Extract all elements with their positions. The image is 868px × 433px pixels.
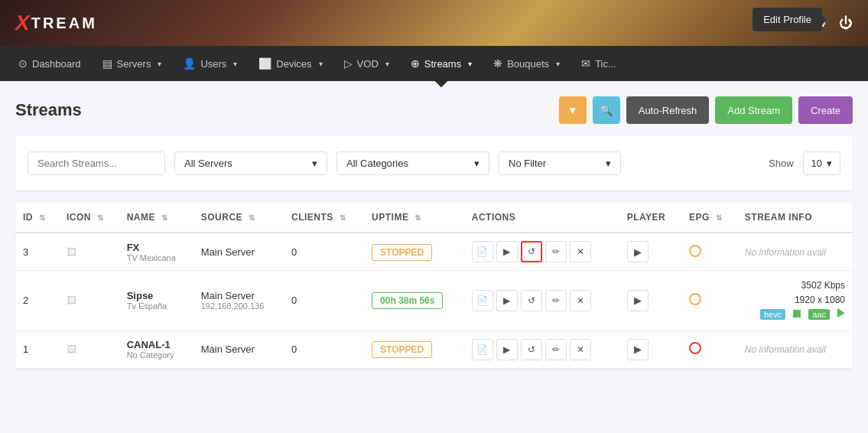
cell-actions: 📄 ▶ ↺ ✏ ✕: [464, 233, 619, 271]
tickets-icon: ✉: [581, 57, 590, 70]
cell-name: FX TV Mexicana: [119, 233, 193, 271]
player-play-button[interactable]: ▶: [627, 290, 649, 311]
devices-caret-icon: ▾: [319, 60, 323, 68]
cell-epg: [681, 330, 737, 368]
cell-icon: 🖼: [59, 330, 119, 368]
nav-tickets[interactable]: ✉ Tic...: [571, 46, 627, 81]
table-row: 2 🖼 Sipse Tv España Main Server192.168.2…: [15, 271, 853, 331]
stream-subtitle: No Category: [127, 350, 186, 360]
player-play-button[interactable]: ▶: [627, 339, 649, 360]
nav-tickets-wrapper: ✉ Tic...: [571, 46, 627, 81]
edit-button[interactable]: ✏: [545, 241, 567, 262]
codec-badge: hevc: [760, 309, 785, 320]
filter-icon: ▼: [567, 104, 578, 116]
view-button[interactable]: 📄: [472, 241, 493, 262]
play-button[interactable]: ▶: [496, 339, 518, 360]
cell-clients: 0: [284, 271, 364, 331]
action-buttons: 📄 ▶ ↺ ✏ ✕: [472, 339, 612, 360]
cell-name: Sipse Tv España: [119, 271, 193, 331]
nav-users[interactable]: 👤 Users ▾: [172, 46, 248, 81]
create-button[interactable]: Create: [798, 96, 853, 124]
col-name[interactable]: NAME ⇅: [119, 203, 193, 233]
search-button[interactable]: 🔍: [593, 96, 620, 124]
nav-servers-label: Servers: [117, 58, 151, 70]
nav-streams-label: Streams: [424, 58, 461, 70]
restart-button[interactable]: ↺: [521, 339, 542, 360]
cell-name: CANAL-1 No Category: [119, 330, 193, 368]
nav-vod[interactable]: ▷ VOD ▾: [333, 46, 400, 81]
green-square-icon: [793, 310, 801, 317]
col-icon[interactable]: ICON ⇅: [59, 203, 119, 233]
navbar: ⊙ Dashboard ▤ Servers ▾ 👤 Users ▾ ⬜ Devi…: [0, 46, 868, 81]
streams-icon: ⊕: [411, 57, 420, 70]
cell-uptime: STOPPED: [364, 233, 464, 271]
servers-caret-icon: ▾: [158, 60, 161, 68]
player-play-button[interactable]: ▶: [627, 241, 649, 262]
cell-player: ▶: [619, 330, 681, 368]
show-count-select[interactable]: 10 ▾: [803, 151, 840, 175]
nav-devices-wrapper: ⬜ Devices ▾: [248, 46, 333, 81]
delete-button[interactable]: ✕: [570, 290, 591, 311]
delete-button[interactable]: ✕: [570, 339, 591, 360]
view-button[interactable]: 📄: [472, 339, 493, 360]
search-streams-input[interactable]: [28, 151, 165, 175]
col-id[interactable]: ID ⇅: [15, 203, 59, 233]
nav-servers[interactable]: ▤ Servers ▾: [92, 46, 173, 81]
nav-streams[interactable]: ⊕ Streams ▾: [400, 46, 483, 81]
nav-users-wrapper: 👤 Users ▾: [172, 46, 248, 81]
nav-dashboard[interactable]: ⊙ Dashboard: [8, 46, 92, 81]
cell-id: 1: [15, 330, 59, 368]
restart-button[interactable]: ↺: [521, 290, 542, 311]
auto-refresh-button[interactable]: Auto-Refresh: [626, 96, 710, 124]
main-content: Streams ▼ 🔍 Auto-Refresh Add Stream Crea…: [0, 81, 868, 384]
cell-source: Main Server: [193, 233, 284, 271]
restart-button[interactable]: ↺: [521, 241, 542, 262]
edit-button[interactable]: ✏: [545, 290, 567, 311]
title-actions: ▼ 🔍 Auto-Refresh Add Stream Create: [559, 96, 853, 124]
play-button[interactable]: ▶: [496, 290, 518, 311]
col-clients[interactable]: CLIENTS ⇅: [284, 203, 364, 233]
power-button[interactable]: ⏻: [839, 15, 853, 31]
servers-filter-label: All Servers: [184, 158, 232, 169]
nav-bouquets[interactable]: ❋ Bouquets ▾: [483, 46, 571, 81]
nav-bouquets-wrapper: ❋ Bouquets ▾: [483, 46, 571, 81]
show-count-caret-icon: ▾: [827, 158, 832, 169]
header: X TREAM admin ⚙ ⏻ Edit Profile: [0, 0, 868, 46]
nav-users-label: Users: [200, 58, 226, 70]
categories-filter[interactable]: All Categories ▾: [336, 151, 489, 175]
no-filter-select[interactable]: No Filter ▾: [499, 151, 621, 175]
header-right: admin ⚙ ⏻ Edit Profile: [773, 15, 853, 31]
no-filter-label: No Filter: [509, 158, 546, 169]
logo-x: X: [15, 11, 30, 35]
source-name: Main Server: [201, 343, 276, 355]
servers-filter[interactable]: All Servers ▾: [174, 151, 327, 175]
nav-bouquets-label: Bouquets: [507, 58, 549, 70]
col-uptime[interactable]: UPTIME ⇅: [364, 203, 464, 233]
show-count-value: 10: [811, 158, 822, 169]
source-sort-icon: ⇅: [249, 213, 255, 222]
devices-icon: ⬜: [258, 57, 271, 70]
epg-circle: [689, 245, 701, 257]
stream-name: Sipse: [127, 290, 186, 301]
edit-button[interactable]: ✏: [545, 339, 567, 360]
categories-filter-caret-icon: ▾: [474, 158, 480, 169]
nav-devices[interactable]: ⬜ Devices ▾: [248, 46, 333, 81]
stream-info-details: 3502 Kbps 1920 x 1080 hevc aac: [745, 278, 845, 323]
name-sort-icon: ⇅: [161, 213, 168, 222]
audio-badge: aac: [808, 309, 830, 320]
streams-table: ID ⇅ ICON ⇅ NAME ⇅ SOURCE ⇅ CLIENTS ⇅ UP…: [15, 203, 853, 369]
source-name: Main Server: [201, 290, 276, 301]
col-epg[interactable]: EPG ⇅: [681, 203, 737, 233]
dashboard-icon: ⊙: [18, 57, 28, 70]
cell-icon: 🖼: [59, 271, 119, 331]
view-button[interactable]: 📄: [472, 290, 493, 311]
stream-name: FX: [127, 242, 186, 253]
filter-button[interactable]: ▼: [559, 96, 587, 124]
add-stream-button[interactable]: Add Stream: [715, 96, 792, 124]
play-button[interactable]: ▶: [496, 241, 518, 262]
action-buttons: 📄 ▶ ↺ ✏ ✕: [472, 241, 612, 262]
delete-button[interactable]: ✕: [570, 241, 591, 262]
cell-clients: 0: [284, 233, 364, 271]
cell-clients: 0: [284, 330, 364, 368]
col-source[interactable]: SOURCE ⇅: [193, 203, 284, 233]
